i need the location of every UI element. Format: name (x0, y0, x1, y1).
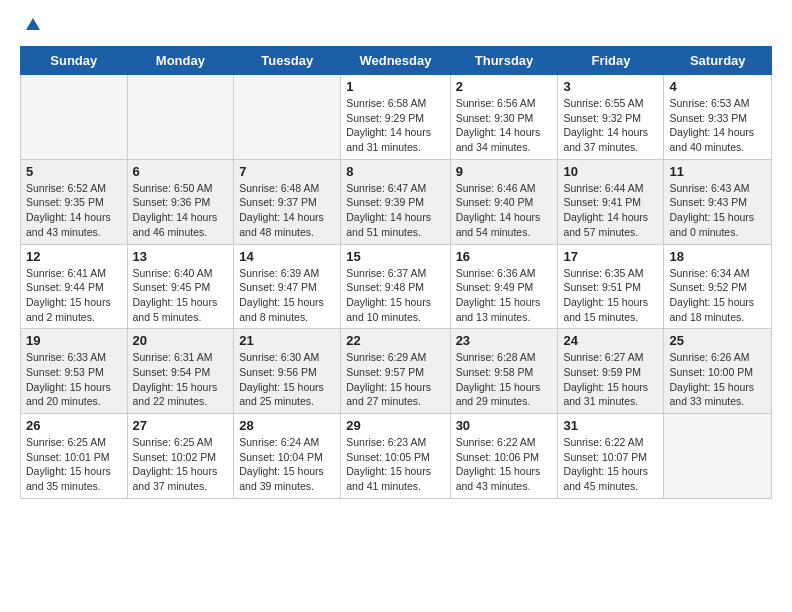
day-info: Sunrise: 6:55 AMSunset: 9:32 PMDaylight:… (563, 96, 658, 155)
day-info: Sunrise: 6:44 AMSunset: 9:41 PMDaylight:… (563, 181, 658, 240)
day-number: 10 (563, 164, 658, 179)
weekday-header-wednesday: Wednesday (341, 47, 450, 75)
day-number: 31 (563, 418, 658, 433)
day-number: 21 (239, 333, 335, 348)
calendar-cell (127, 75, 234, 160)
calendar-cell (664, 414, 772, 499)
weekday-header-saturday: Saturday (664, 47, 772, 75)
day-info: Sunrise: 6:34 AMSunset: 9:52 PMDaylight:… (669, 266, 766, 325)
calendar-cell: 5Sunrise: 6:52 AMSunset: 9:35 PMDaylight… (21, 159, 128, 244)
calendar-cell: 4Sunrise: 6:53 AMSunset: 9:33 PMDaylight… (664, 75, 772, 160)
calendar-cell: 11Sunrise: 6:43 AMSunset: 9:43 PMDayligh… (664, 159, 772, 244)
day-number: 16 (456, 249, 553, 264)
day-info: Sunrise: 6:35 AMSunset: 9:51 PMDaylight:… (563, 266, 658, 325)
day-number: 24 (563, 333, 658, 348)
calendar-cell (234, 75, 341, 160)
day-info: Sunrise: 6:39 AMSunset: 9:47 PMDaylight:… (239, 266, 335, 325)
calendar-cell: 15Sunrise: 6:37 AMSunset: 9:48 PMDayligh… (341, 244, 450, 329)
day-info: Sunrise: 6:41 AMSunset: 9:44 PMDaylight:… (26, 266, 122, 325)
day-info: Sunrise: 6:23 AMSunset: 10:05 PMDaylight… (346, 435, 444, 494)
calendar-cell (21, 75, 128, 160)
page: SundayMondayTuesdayWednesdayThursdayFrid… (0, 0, 792, 515)
day-info: Sunrise: 6:47 AMSunset: 9:39 PMDaylight:… (346, 181, 444, 240)
day-info: Sunrise: 6:26 AMSunset: 10:00 PMDaylight… (669, 350, 766, 409)
weekday-header-friday: Friday (558, 47, 664, 75)
day-info: Sunrise: 6:43 AMSunset: 9:43 PMDaylight:… (669, 181, 766, 240)
weekday-header-tuesday: Tuesday (234, 47, 341, 75)
weekday-header-row: SundayMondayTuesdayWednesdayThursdayFrid… (21, 47, 772, 75)
day-number: 5 (26, 164, 122, 179)
calendar-cell: 20Sunrise: 6:31 AMSunset: 9:54 PMDayligh… (127, 329, 234, 414)
calendar: SundayMondayTuesdayWednesdayThursdayFrid… (20, 46, 772, 499)
day-number: 14 (239, 249, 335, 264)
day-number: 1 (346, 79, 444, 94)
weekday-header-thursday: Thursday (450, 47, 558, 75)
day-number: 2 (456, 79, 553, 94)
weekday-header-sunday: Sunday (21, 47, 128, 75)
day-number: 29 (346, 418, 444, 433)
calendar-cell: 9Sunrise: 6:46 AMSunset: 9:40 PMDaylight… (450, 159, 558, 244)
day-number: 3 (563, 79, 658, 94)
day-number: 8 (346, 164, 444, 179)
day-number: 23 (456, 333, 553, 348)
calendar-cell: 10Sunrise: 6:44 AMSunset: 9:41 PMDayligh… (558, 159, 664, 244)
calendar-cell: 19Sunrise: 6:33 AMSunset: 9:53 PMDayligh… (21, 329, 128, 414)
calendar-cell: 18Sunrise: 6:34 AMSunset: 9:52 PMDayligh… (664, 244, 772, 329)
calendar-cell: 7Sunrise: 6:48 AMSunset: 9:37 PMDaylight… (234, 159, 341, 244)
day-number: 7 (239, 164, 335, 179)
calendar-week-row: 19Sunrise: 6:33 AMSunset: 9:53 PMDayligh… (21, 329, 772, 414)
calendar-cell: 17Sunrise: 6:35 AMSunset: 9:51 PMDayligh… (558, 244, 664, 329)
calendar-cell: 24Sunrise: 6:27 AMSunset: 9:59 PMDayligh… (558, 329, 664, 414)
calendar-cell: 30Sunrise: 6:22 AMSunset: 10:06 PMDaylig… (450, 414, 558, 499)
calendar-cell: 3Sunrise: 6:55 AMSunset: 9:32 PMDaylight… (558, 75, 664, 160)
calendar-week-row: 1Sunrise: 6:58 AMSunset: 9:29 PMDaylight… (21, 75, 772, 160)
day-info: Sunrise: 6:58 AMSunset: 9:29 PMDaylight:… (346, 96, 444, 155)
day-info: Sunrise: 6:29 AMSunset: 9:57 PMDaylight:… (346, 350, 444, 409)
calendar-cell: 22Sunrise: 6:29 AMSunset: 9:57 PMDayligh… (341, 329, 450, 414)
logo-text (20, 16, 42, 34)
calendar-cell: 23Sunrise: 6:28 AMSunset: 9:58 PMDayligh… (450, 329, 558, 414)
calendar-cell: 12Sunrise: 6:41 AMSunset: 9:44 PMDayligh… (21, 244, 128, 329)
calendar-cell: 26Sunrise: 6:25 AMSunset: 10:01 PMDaylig… (21, 414, 128, 499)
day-info: Sunrise: 6:22 AMSunset: 10:06 PMDaylight… (456, 435, 553, 494)
day-info: Sunrise: 6:37 AMSunset: 9:48 PMDaylight:… (346, 266, 444, 325)
calendar-cell: 28Sunrise: 6:24 AMSunset: 10:04 PMDaylig… (234, 414, 341, 499)
calendar-cell: 14Sunrise: 6:39 AMSunset: 9:47 PMDayligh… (234, 244, 341, 329)
day-number: 13 (133, 249, 229, 264)
day-number: 19 (26, 333, 122, 348)
day-number: 25 (669, 333, 766, 348)
day-info: Sunrise: 6:36 AMSunset: 9:49 PMDaylight:… (456, 266, 553, 325)
day-info: Sunrise: 6:46 AMSunset: 9:40 PMDaylight:… (456, 181, 553, 240)
day-number: 26 (26, 418, 122, 433)
day-number: 28 (239, 418, 335, 433)
day-info: Sunrise: 6:56 AMSunset: 9:30 PMDaylight:… (456, 96, 553, 155)
calendar-cell: 29Sunrise: 6:23 AMSunset: 10:05 PMDaylig… (341, 414, 450, 499)
day-number: 30 (456, 418, 553, 433)
calendar-cell: 6Sunrise: 6:50 AMSunset: 9:36 PMDaylight… (127, 159, 234, 244)
day-info: Sunrise: 6:22 AMSunset: 10:07 PMDaylight… (563, 435, 658, 494)
calendar-cell: 31Sunrise: 6:22 AMSunset: 10:07 PMDaylig… (558, 414, 664, 499)
day-info: Sunrise: 6:48 AMSunset: 9:37 PMDaylight:… (239, 181, 335, 240)
day-number: 6 (133, 164, 229, 179)
header (20, 16, 772, 34)
day-number: 17 (563, 249, 658, 264)
day-info: Sunrise: 6:30 AMSunset: 9:56 PMDaylight:… (239, 350, 335, 409)
calendar-week-row: 5Sunrise: 6:52 AMSunset: 9:35 PMDaylight… (21, 159, 772, 244)
weekday-header-monday: Monday (127, 47, 234, 75)
calendar-cell: 21Sunrise: 6:30 AMSunset: 9:56 PMDayligh… (234, 329, 341, 414)
logo-icon (24, 16, 42, 34)
svg-marker-0 (26, 18, 40, 30)
day-info: Sunrise: 6:27 AMSunset: 9:59 PMDaylight:… (563, 350, 658, 409)
day-number: 27 (133, 418, 229, 433)
calendar-cell: 1Sunrise: 6:58 AMSunset: 9:29 PMDaylight… (341, 75, 450, 160)
day-number: 4 (669, 79, 766, 94)
day-number: 15 (346, 249, 444, 264)
day-info: Sunrise: 6:31 AMSunset: 9:54 PMDaylight:… (133, 350, 229, 409)
calendar-cell: 2Sunrise: 6:56 AMSunset: 9:30 PMDaylight… (450, 75, 558, 160)
day-number: 11 (669, 164, 766, 179)
day-number: 22 (346, 333, 444, 348)
day-info: Sunrise: 6:33 AMSunset: 9:53 PMDaylight:… (26, 350, 122, 409)
day-number: 18 (669, 249, 766, 264)
day-info: Sunrise: 6:28 AMSunset: 9:58 PMDaylight:… (456, 350, 553, 409)
day-info: Sunrise: 6:25 AMSunset: 10:02 PMDaylight… (133, 435, 229, 494)
